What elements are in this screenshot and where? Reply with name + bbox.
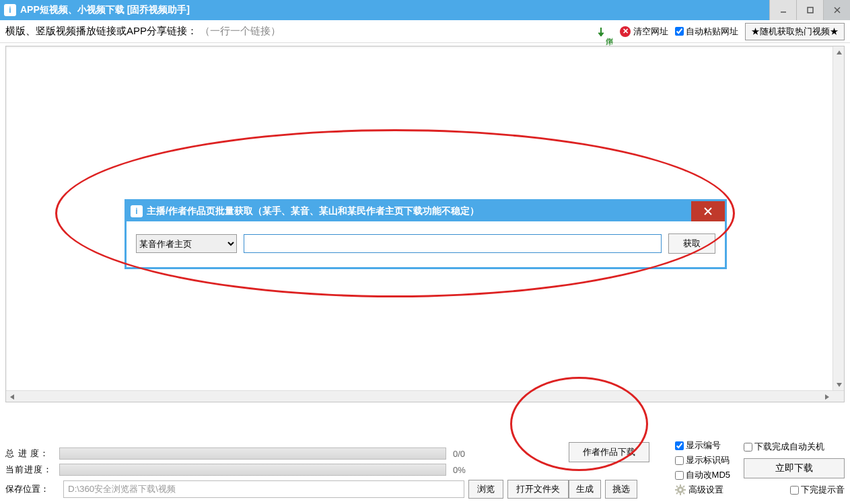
options-column: 显示编号 显示标识码 自动改MD5 高级设置 xyxy=(675,439,730,496)
close-button[interactable] xyxy=(823,0,850,20)
show-id-label: 显示标识码 xyxy=(686,454,730,466)
auto-shutdown-label: 下载完成自动关机 xyxy=(754,441,824,453)
dialog-icon: i xyxy=(131,205,143,217)
svg-marker-9 xyxy=(825,394,829,400)
auto-md5-label: 自动改MD5 xyxy=(686,469,730,481)
dialog-body: 某音作者主页 获取 xyxy=(127,221,725,267)
svg-line-20 xyxy=(683,486,684,487)
random-hot-button[interactable]: ★随机获取热门视频★ xyxy=(745,23,845,40)
auto-paste-input[interactable] xyxy=(675,27,684,36)
mid-buttons: 作者作品下载 生成 挑选 xyxy=(569,442,649,499)
window-controls xyxy=(769,0,850,20)
reverse-order-button[interactable]: 倒序 xyxy=(596,26,613,37)
fetch-button[interactable]: 获取 xyxy=(668,233,715,254)
auto-paste-label: 自动粘贴网址 xyxy=(686,26,738,38)
total-progress-label: 总 进 度： xyxy=(5,447,59,460)
author-download-button[interactable]: 作者作品下载 xyxy=(569,442,649,462)
auto-md5-checkbox[interactable]: 自动改MD5 xyxy=(675,469,730,481)
author-batch-dialog: i 主播/作者作品页批量获取（某手、某音、某山和某民作者主页下载功能不稳定） 某… xyxy=(125,199,727,269)
total-progress-text: 0/0 xyxy=(453,449,465,459)
url-hint-sub: （一行一个链接） xyxy=(200,25,281,36)
clear-icon: ✕ xyxy=(620,26,631,37)
current-progress-label: 当前进度： xyxy=(5,464,59,476)
dialog-titlebar: i 主播/作者作品页批量获取（某手、某音、某山和某民作者主页下载功能不稳定） xyxy=(127,201,725,221)
browse-button[interactable]: 浏览 xyxy=(468,480,503,499)
open-folder-button[interactable]: 打开文件夹 xyxy=(507,480,569,499)
vertical-scrollbar[interactable] xyxy=(833,46,844,390)
dialog-title: 主播/作者作品页批量获取（某手、某音、某山和某民作者主页下载功能不稳定） xyxy=(147,205,479,217)
app-icon: i xyxy=(4,4,16,16)
svg-line-21 xyxy=(676,493,678,494)
bottom-panel: 总 进 度： 0/0 当前进度： 0% 保存位置： 浏览 打开文件夹 作者作品下… xyxy=(5,447,845,499)
arrow-down-icon xyxy=(596,26,606,37)
minimize-button[interactable] xyxy=(769,0,796,20)
show-id-checkbox[interactable]: 显示标识码 xyxy=(675,454,730,466)
svg-marker-6 xyxy=(837,50,842,55)
generate-button[interactable]: 生成 xyxy=(569,480,601,499)
maximize-button[interactable] xyxy=(796,0,823,20)
download-now-button[interactable]: 立即下载 xyxy=(744,458,845,478)
save-path-input[interactable] xyxy=(63,480,464,498)
svg-line-19 xyxy=(683,493,684,494)
advanced-settings-button[interactable]: 高级设置 xyxy=(675,484,730,496)
svg-rect-1 xyxy=(808,7,813,13)
svg-point-13 xyxy=(679,489,682,491)
show-number-checkbox[interactable]: 显示编号 xyxy=(675,439,730,452)
svg-marker-8 xyxy=(10,394,14,400)
pick-button[interactable]: 挑选 xyxy=(605,480,637,499)
source-select[interactable]: 某音作者主页 xyxy=(136,234,237,253)
download-column: 下载完成自动关机 立即下载 下完提示音 xyxy=(744,441,845,496)
url-hint: 横版、竖版视频播放链接或APP分享链接： （一行一个链接） xyxy=(5,25,281,38)
clear-url-label: 清空网址 xyxy=(633,26,668,38)
scroll-right-icon[interactable] xyxy=(821,391,833,402)
svg-marker-5 xyxy=(598,33,604,36)
save-label: 保存位置： xyxy=(5,483,59,495)
svg-marker-7 xyxy=(837,383,842,387)
current-progress-bar xyxy=(59,464,446,476)
show-number-label: 显示编号 xyxy=(686,439,721,452)
dialog-close-button[interactable] xyxy=(691,201,725,221)
window-title: APP短视频、小视频下载 [固乔视频助手] xyxy=(20,4,190,16)
gear-icon xyxy=(675,484,686,495)
total-progress-bar xyxy=(59,447,446,460)
auto-shutdown-checkbox[interactable]: 下载完成自动关机 xyxy=(744,441,824,453)
current-progress-text: 0% xyxy=(453,465,466,475)
scroll-up-icon[interactable] xyxy=(833,46,845,58)
url-hint-main: 横版、竖版视频播放链接或APP分享链接： xyxy=(5,25,197,36)
horizontal-scrollbar[interactable] xyxy=(6,390,844,402)
author-url-input[interactable] xyxy=(244,234,662,253)
toolbar: 横版、竖版视频播放链接或APP分享链接： （一行一个链接） 倒序 ✕ 清空网址 … xyxy=(0,20,850,43)
advanced-label: 高级设置 xyxy=(688,484,723,496)
window-titlebar: i APP短视频、小视频下载 [固乔视频助手] xyxy=(0,0,850,20)
scroll-down-icon[interactable] xyxy=(833,379,845,390)
auto-paste-checkbox[interactable]: 自动粘贴网址 xyxy=(675,26,738,38)
scroll-left-icon[interactable] xyxy=(6,391,17,402)
svg-line-18 xyxy=(676,486,678,487)
clear-url-button[interactable]: ✕ 清空网址 xyxy=(620,26,668,38)
done-sound-label: 下完提示音 xyxy=(801,484,845,496)
done-sound-checkbox[interactable]: 下完提示音 xyxy=(790,484,845,496)
